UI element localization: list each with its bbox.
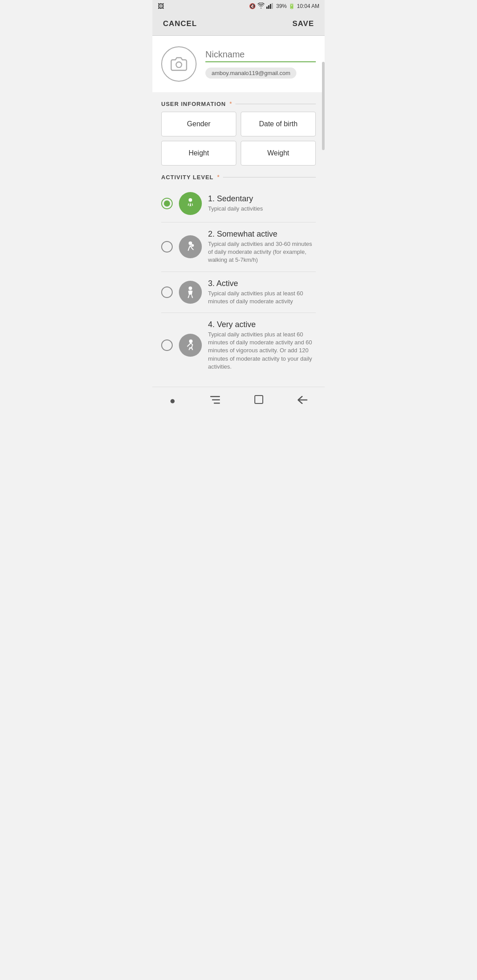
activity-level-required: * — [217, 173, 220, 181]
activity-desc-somewhat-active: Typical daily activities and 30-60 minut… — [208, 240, 316, 264]
activity-level-header: ACTIVITY LEVEL * — [152, 166, 325, 185]
user-info-label: USER INFORMATION — [161, 101, 226, 107]
svg-point-8 — [189, 286, 192, 290]
radio-active[interactable] — [161, 286, 173, 298]
activity-text-very-active: 4. Very active Typical daily activities … — [208, 320, 316, 371]
mute-icon: 🔇 — [249, 3, 256, 9]
avatar-upload-button[interactable] — [161, 46, 197, 82]
user-info-required: * — [229, 100, 231, 107]
nav-menu-button[interactable] — [203, 393, 227, 408]
activity-icon-very-active — [179, 334, 202, 357]
activity-text-somewhat-active: 2. Somewhat active Typical daily activit… — [208, 230, 316, 264]
top-action-bar: CANCEL SAVE — [152, 12, 325, 36]
svg-point-5 — [189, 198, 192, 202]
activity-text-active: 3. Active Typical daily activities plus … — [208, 279, 316, 305]
activity-title-active: 3. Active — [208, 279, 316, 288]
radio-very-active[interactable] — [161, 339, 173, 351]
user-info-divider — [235, 104, 316, 104]
user-info-grid: Gender Date of birth Height Weight — [152, 112, 325, 166]
svg-point-4 — [176, 62, 182, 68]
svg-rect-12 — [214, 403, 220, 404]
activity-icon-active — [179, 281, 202, 304]
status-icons: 🔇 39% 🔋 10:04 AM — [249, 3, 319, 10]
activity-item-very-active[interactable]: 4. Very active Typical daily activities … — [161, 313, 316, 378]
weight-button[interactable]: Weight — [241, 141, 316, 166]
height-button[interactable]: Height — [161, 141, 236, 166]
nav-back-icon — [298, 396, 307, 404]
svg-rect-0 — [266, 7, 268, 9]
nav-square-icon — [254, 395, 263, 404]
nav-dot-button[interactable]: ● — [163, 393, 182, 408]
svg-rect-2 — [270, 4, 271, 9]
activity-item-somewhat-active[interactable]: 2. Somewhat active Typical daily activit… — [161, 222, 316, 272]
activity-icon-somewhat-active — [179, 235, 202, 258]
email-badge: amboy.manalo119@gmail.com — [205, 68, 296, 79]
activity-level-label: ACTIVITY LEVEL — [161, 174, 214, 181]
svg-rect-13 — [255, 396, 263, 403]
profile-inputs: amboy.manalo119@gmail.com — [205, 49, 316, 79]
battery-icon: 🔋 — [288, 3, 295, 9]
bottom-nav: ● — [152, 387, 325, 415]
activity-title-sedentary: 1. Sedentary — [208, 194, 316, 204]
activity-item-active[interactable]: 3. Active Typical daily activities plus … — [161, 272, 316, 313]
profile-section: amboy.manalo119@gmail.com — [152, 36, 325, 92]
activity-desc-very-active: Typical daily activities plus at least 6… — [208, 331, 316, 371]
activity-title-somewhat-active: 2. Somewhat active — [208, 230, 316, 239]
activity-icon-sedentary — [179, 192, 202, 215]
gender-button[interactable]: Gender — [161, 112, 236, 136]
radio-sedentary[interactable] — [161, 198, 173, 209]
status-left-icon: 🖾 — [158, 3, 164, 10]
svg-point-6 — [189, 241, 192, 245]
battery-percentage: 39% — [276, 3, 287, 9]
save-button[interactable]: SAVE — [292, 19, 314, 28]
status-bar: 🖾 🔇 39% 🔋 10:04 AM — [152, 0, 325, 12]
activity-desc-sedentary: Typical daily activities — [208, 205, 316, 213]
activity-level-divider — [223, 177, 316, 177]
activity-text-sedentary: 1. Sedentary Typical daily activities — [208, 194, 316, 213]
nav-square-button[interactable] — [247, 393, 270, 408]
cancel-button[interactable]: CANCEL — [163, 19, 197, 28]
time: 10:04 AM — [297, 3, 319, 9]
camera-icon — [170, 56, 187, 72]
svg-point-9 — [189, 339, 193, 343]
user-info-header: USER INFORMATION * — [152, 92, 325, 112]
dob-button[interactable]: Date of birth — [241, 112, 316, 136]
svg-rect-1 — [268, 5, 269, 9]
radio-sedentary-fill — [164, 200, 170, 207]
activity-list: 1. Sedentary Typical daily activities 2.… — [152, 185, 325, 378]
wifi-icon — [257, 3, 265, 10]
svg-rect-11 — [212, 399, 220, 400]
svg-rect-10 — [210, 396, 220, 397]
nickname-input[interactable] — [205, 49, 316, 62]
svg-point-7 — [191, 244, 194, 247]
scroll-indicator — [322, 62, 325, 150]
activity-item-sedentary[interactable]: 1. Sedentary Typical daily activities — [161, 185, 316, 222]
svg-rect-3 — [272, 3, 273, 9]
nav-menu-icon — [210, 396, 220, 404]
radio-somewhat-active[interactable] — [161, 241, 173, 253]
signal-icon — [266, 3, 274, 10]
activity-title-very-active: 4. Very active — [208, 320, 316, 329]
activity-desc-active: Typical daily activities plus at least 6… — [208, 290, 316, 305]
nav-back-button[interactable] — [291, 393, 314, 408]
